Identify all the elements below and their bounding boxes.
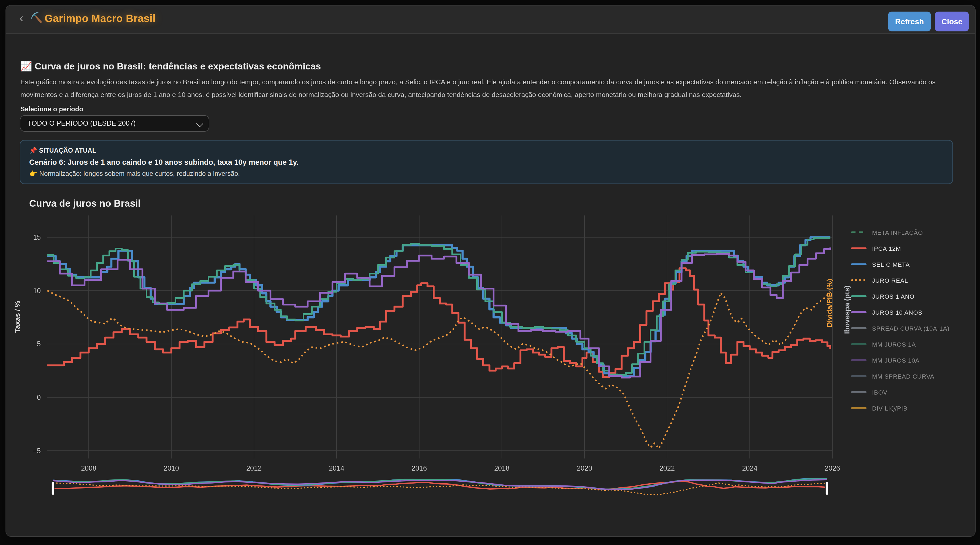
period-select[interactable]: TODO O PERÍODO (DESDE 2007) [20,115,209,132]
legend-item-mm-spread-curva[interactable]: MM SPREAD CURVA [851,368,950,384]
situation-scenario: Cenário 6: Juros de 1 ano caindo e 10 an… [29,158,943,166]
chart-legend: META INFLAÇÃOIPCA 12MSELIC METAJURO REAL… [851,224,950,416]
legend-label: JUROS 1 ANO [872,293,915,300]
window-titlebar: ‹ ⛏️ Garimpo Macro Brasil Refresh Close [6,5,975,33]
situation-note: 👉 Normalização: longos sobem mais que cu… [29,170,943,177]
svg-text:5: 5 [37,340,41,348]
legend-label: DIV LIQ/PIB [872,405,908,411]
legend-label: IPCA 12M [872,245,901,252]
legend-label: JUROS 10 ANOS [872,309,923,316]
page-description: Este gráfico mostra a evolução das taxas… [21,76,964,101]
legend-swatch [851,391,867,393]
legend-item-juro-real[interactable]: JURO REAL [851,272,950,288]
refresh-button[interactable]: Refresh [888,11,931,32]
legend-label: IBOV [872,389,888,395]
legend-label: MM JUROS 1A [872,341,916,347]
svg-text:2014: 2014 [329,464,344,472]
back-button[interactable]: ‹ [15,12,28,25]
svg-text:−5: −5 [33,447,41,455]
legend-item-ibov[interactable]: IBOV [851,384,950,400]
legend-swatch [851,295,867,297]
legend-label: MM SPREAD CURVA [872,373,934,379]
legend-item-ipca-12m[interactable]: IPCA 12M [851,240,950,256]
series-ipca-12m [48,268,830,377]
legend-item-spread-curva-10a-1a-[interactable]: SPREAD CURVA (10A-1A) [851,320,950,336]
svg-text:2024: 2024 [742,464,757,472]
dashboard-window: ‹ ⛏️ Garimpo Macro Brasil Refresh Close … [5,5,975,537]
svg-text:2016: 2016 [412,464,427,472]
legend-swatch [851,263,867,265]
legend-swatch [851,247,867,249]
legend-item-juros-1-ano[interactable]: JUROS 1 ANO [851,288,950,304]
legend-swatch [851,375,867,377]
right-axis-label-divida-pib: Dívida/PIB (%) [825,256,834,350]
legend-label: META INFLAÇÃO [872,229,923,236]
legend-swatch [851,231,867,233]
legend-item-juros-10-anos[interactable]: JUROS 10 ANOS [851,304,950,320]
current-situation-panel: 📌 SITUAÇÃO ATUAL Cenário 6: Juros de 1 a… [20,140,953,184]
legend-item-meta-infla-o[interactable]: META INFLAÇÃO [851,224,950,240]
svg-text:2022: 2022 [659,464,675,472]
legend-label: MM JUROS 10A [872,357,920,363]
app-title: Garimpo Macro Brasil [45,13,156,25]
legend-swatch [851,311,867,313]
rangeslider-handle-left[interactable] [51,481,54,495]
legend-swatch [851,327,867,329]
svg-text:2012: 2012 [246,464,262,472]
legend-swatch [851,407,867,409]
interest-rate-chart[interactable]: −505101520082010201220142016201820202022… [6,204,975,513]
legend-item-div-liq-pib[interactable]: DIV LIQ/PIB [851,400,950,416]
series-juro-real [48,291,830,449]
legend-item-mm-juros-10a[interactable]: MM JUROS 10A [851,352,950,368]
close-button[interactable]: Close [935,11,969,32]
legend-swatch [851,359,867,361]
svg-text:15: 15 [33,233,41,241]
svg-text:0: 0 [37,394,41,401]
legend-swatch [851,279,867,281]
legend-label: JURO REAL [872,277,908,284]
app-viewport: ‹ ⛏️ Garimpo Macro Brasil Refresh Close … [0,0,980,545]
rangeslider-handle-right[interactable] [826,481,828,495]
legend-label: SPREAD CURVA (10A-1A) [872,325,950,331]
rangeslider-series-ipca-12m [53,481,827,489]
right-axis-label-ibovespa: Ibovespa (pts) [843,263,852,357]
svg-text:10: 10 [33,287,41,295]
pickaxe-icon: ⛏️ [30,11,43,24]
svg-text:2018: 2018 [494,464,509,472]
legend-item-mm-juros-1a[interactable]: MM JUROS 1A [851,336,950,352]
period-select-label: Selecione o período [21,105,83,113]
svg-text:2010: 2010 [164,464,179,472]
situation-heading: 📌 SITUAÇÃO ATUAL [29,147,943,154]
legend-swatch [851,343,867,345]
y-axis-label: Taxas / % [13,276,22,358]
svg-text:2008: 2008 [81,464,96,472]
svg-text:2026: 2026 [825,464,840,472]
period-select-wrapper: TODO O PERÍODO (DESDE 2007) [20,115,209,132]
series-juros-10-anos [48,247,830,378]
legend-item-selic-meta[interactable]: SELIC META [851,256,950,272]
svg-text:2020: 2020 [577,464,592,472]
page-title: 📈 Curva de juros no Brasil: tendências e… [21,61,321,72]
legend-label: SELIC META [872,261,910,268]
